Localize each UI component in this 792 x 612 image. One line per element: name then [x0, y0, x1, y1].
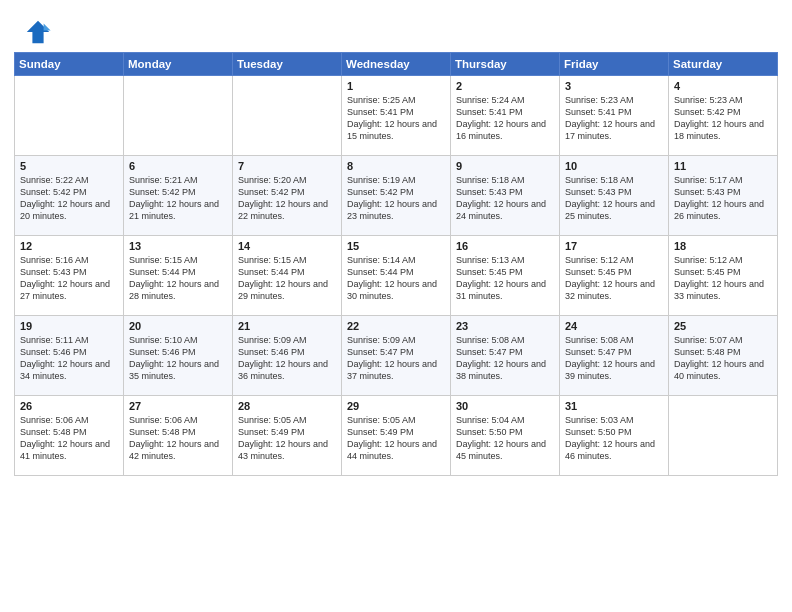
- cell-sun-info: Sunrise: 5:07 AM Sunset: 5:48 PM Dayligh…: [674, 334, 772, 383]
- calendar-cell: 14Sunrise: 5:15 AM Sunset: 5:44 PM Dayli…: [233, 236, 342, 316]
- calendar-cell: 27Sunrise: 5:06 AM Sunset: 5:48 PM Dayli…: [124, 396, 233, 476]
- cell-sun-info: Sunrise: 5:24 AM Sunset: 5:41 PM Dayligh…: [456, 94, 554, 143]
- svg-marker-1: [44, 24, 51, 31]
- calendar-cell: 17Sunrise: 5:12 AM Sunset: 5:45 PM Dayli…: [560, 236, 669, 316]
- cell-sun-info: Sunrise: 5:15 AM Sunset: 5:44 PM Dayligh…: [129, 254, 227, 303]
- weekday-header: Friday: [560, 53, 669, 76]
- logo: [24, 18, 56, 46]
- cell-sun-info: Sunrise: 5:21 AM Sunset: 5:42 PM Dayligh…: [129, 174, 227, 223]
- calendar-cell: 30Sunrise: 5:04 AM Sunset: 5:50 PM Dayli…: [451, 396, 560, 476]
- day-number: 18: [674, 240, 772, 252]
- calendar-cell: 16Sunrise: 5:13 AM Sunset: 5:45 PM Dayli…: [451, 236, 560, 316]
- day-number: 5: [20, 160, 118, 172]
- weekday-header: Saturday: [669, 53, 778, 76]
- calendar-cell: 8Sunrise: 5:19 AM Sunset: 5:42 PM Daylig…: [342, 156, 451, 236]
- day-number: 11: [674, 160, 772, 172]
- calendar-cell: 2Sunrise: 5:24 AM Sunset: 5:41 PM Daylig…: [451, 76, 560, 156]
- weekday-row: SundayMondayTuesdayWednesdayThursdayFrid…: [15, 53, 778, 76]
- calendar-cell: 4Sunrise: 5:23 AM Sunset: 5:42 PM Daylig…: [669, 76, 778, 156]
- calendar-week-row: 12Sunrise: 5:16 AM Sunset: 5:43 PM Dayli…: [15, 236, 778, 316]
- cell-sun-info: Sunrise: 5:20 AM Sunset: 5:42 PM Dayligh…: [238, 174, 336, 223]
- page-header: [0, 0, 792, 52]
- cell-sun-info: Sunrise: 5:22 AM Sunset: 5:42 PM Dayligh…: [20, 174, 118, 223]
- cell-sun-info: Sunrise: 5:12 AM Sunset: 5:45 PM Dayligh…: [565, 254, 663, 303]
- calendar-cell: 6Sunrise: 5:21 AM Sunset: 5:42 PM Daylig…: [124, 156, 233, 236]
- calendar-cell: [124, 76, 233, 156]
- cell-sun-info: Sunrise: 5:05 AM Sunset: 5:49 PM Dayligh…: [238, 414, 336, 463]
- day-number: 31: [565, 400, 663, 412]
- day-number: 16: [456, 240, 554, 252]
- day-number: 21: [238, 320, 336, 332]
- calendar-week-row: 26Sunrise: 5:06 AM Sunset: 5:48 PM Dayli…: [15, 396, 778, 476]
- day-number: 8: [347, 160, 445, 172]
- cell-sun-info: Sunrise: 5:12 AM Sunset: 5:45 PM Dayligh…: [674, 254, 772, 303]
- cell-sun-info: Sunrise: 5:18 AM Sunset: 5:43 PM Dayligh…: [565, 174, 663, 223]
- cell-sun-info: Sunrise: 5:11 AM Sunset: 5:46 PM Dayligh…: [20, 334, 118, 383]
- day-number: 28: [238, 400, 336, 412]
- calendar-wrapper: SundayMondayTuesdayWednesdayThursdayFrid…: [0, 52, 792, 490]
- cell-sun-info: Sunrise: 5:06 AM Sunset: 5:48 PM Dayligh…: [20, 414, 118, 463]
- weekday-header: Monday: [124, 53, 233, 76]
- day-number: 17: [565, 240, 663, 252]
- calendar-cell: 1Sunrise: 5:25 AM Sunset: 5:41 PM Daylig…: [342, 76, 451, 156]
- cell-sun-info: Sunrise: 5:18 AM Sunset: 5:43 PM Dayligh…: [456, 174, 554, 223]
- calendar-cell: 3Sunrise: 5:23 AM Sunset: 5:41 PM Daylig…: [560, 76, 669, 156]
- day-number: 3: [565, 80, 663, 92]
- weekday-header: Tuesday: [233, 53, 342, 76]
- calendar-week-row: 19Sunrise: 5:11 AM Sunset: 5:46 PM Dayli…: [15, 316, 778, 396]
- cell-sun-info: Sunrise: 5:05 AM Sunset: 5:49 PM Dayligh…: [347, 414, 445, 463]
- calendar-cell: 11Sunrise: 5:17 AM Sunset: 5:43 PM Dayli…: [669, 156, 778, 236]
- calendar-cell: 15Sunrise: 5:14 AM Sunset: 5:44 PM Dayli…: [342, 236, 451, 316]
- calendar-cell: 20Sunrise: 5:10 AM Sunset: 5:46 PM Dayli…: [124, 316, 233, 396]
- calendar-cell: 24Sunrise: 5:08 AM Sunset: 5:47 PM Dayli…: [560, 316, 669, 396]
- calendar-cell: 23Sunrise: 5:08 AM Sunset: 5:47 PM Dayli…: [451, 316, 560, 396]
- logo-icon: [24, 18, 52, 46]
- day-number: 20: [129, 320, 227, 332]
- calendar-cell: 13Sunrise: 5:15 AM Sunset: 5:44 PM Dayli…: [124, 236, 233, 316]
- calendar-cell: 22Sunrise: 5:09 AM Sunset: 5:47 PM Dayli…: [342, 316, 451, 396]
- calendar-cell: 5Sunrise: 5:22 AM Sunset: 5:42 PM Daylig…: [15, 156, 124, 236]
- calendar-week-row: 1Sunrise: 5:25 AM Sunset: 5:41 PM Daylig…: [15, 76, 778, 156]
- day-number: 29: [347, 400, 445, 412]
- cell-sun-info: Sunrise: 5:14 AM Sunset: 5:44 PM Dayligh…: [347, 254, 445, 303]
- day-number: 6: [129, 160, 227, 172]
- calendar-body: 1Sunrise: 5:25 AM Sunset: 5:41 PM Daylig…: [15, 76, 778, 476]
- cell-sun-info: Sunrise: 5:13 AM Sunset: 5:45 PM Dayligh…: [456, 254, 554, 303]
- cell-sun-info: Sunrise: 5:23 AM Sunset: 5:41 PM Dayligh…: [565, 94, 663, 143]
- cell-sun-info: Sunrise: 5:23 AM Sunset: 5:42 PM Dayligh…: [674, 94, 772, 143]
- day-number: 1: [347, 80, 445, 92]
- day-number: 4: [674, 80, 772, 92]
- day-number: 23: [456, 320, 554, 332]
- cell-sun-info: Sunrise: 5:10 AM Sunset: 5:46 PM Dayligh…: [129, 334, 227, 383]
- weekday-header: Wednesday: [342, 53, 451, 76]
- day-number: 19: [20, 320, 118, 332]
- calendar-cell: 9Sunrise: 5:18 AM Sunset: 5:43 PM Daylig…: [451, 156, 560, 236]
- cell-sun-info: Sunrise: 5:08 AM Sunset: 5:47 PM Dayligh…: [565, 334, 663, 383]
- day-number: 15: [347, 240, 445, 252]
- day-number: 26: [20, 400, 118, 412]
- calendar-cell: 12Sunrise: 5:16 AM Sunset: 5:43 PM Dayli…: [15, 236, 124, 316]
- weekday-header: Thursday: [451, 53, 560, 76]
- calendar-table: SundayMondayTuesdayWednesdayThursdayFrid…: [14, 52, 778, 476]
- cell-sun-info: Sunrise: 5:09 AM Sunset: 5:47 PM Dayligh…: [347, 334, 445, 383]
- day-number: 14: [238, 240, 336, 252]
- calendar-cell: 28Sunrise: 5:05 AM Sunset: 5:49 PM Dayli…: [233, 396, 342, 476]
- calendar-cell: 25Sunrise: 5:07 AM Sunset: 5:48 PM Dayli…: [669, 316, 778, 396]
- calendar-cell: [233, 76, 342, 156]
- calendar-cell: [15, 76, 124, 156]
- calendar-cell: 26Sunrise: 5:06 AM Sunset: 5:48 PM Dayli…: [15, 396, 124, 476]
- cell-sun-info: Sunrise: 5:08 AM Sunset: 5:47 PM Dayligh…: [456, 334, 554, 383]
- cell-sun-info: Sunrise: 5:06 AM Sunset: 5:48 PM Dayligh…: [129, 414, 227, 463]
- calendar-cell: [669, 396, 778, 476]
- calendar-cell: 21Sunrise: 5:09 AM Sunset: 5:46 PM Dayli…: [233, 316, 342, 396]
- day-number: 7: [238, 160, 336, 172]
- day-number: 27: [129, 400, 227, 412]
- cell-sun-info: Sunrise: 5:17 AM Sunset: 5:43 PM Dayligh…: [674, 174, 772, 223]
- day-number: 10: [565, 160, 663, 172]
- day-number: 25: [674, 320, 772, 332]
- day-number: 24: [565, 320, 663, 332]
- day-number: 9: [456, 160, 554, 172]
- calendar-cell: 29Sunrise: 5:05 AM Sunset: 5:49 PM Dayli…: [342, 396, 451, 476]
- day-number: 13: [129, 240, 227, 252]
- day-number: 30: [456, 400, 554, 412]
